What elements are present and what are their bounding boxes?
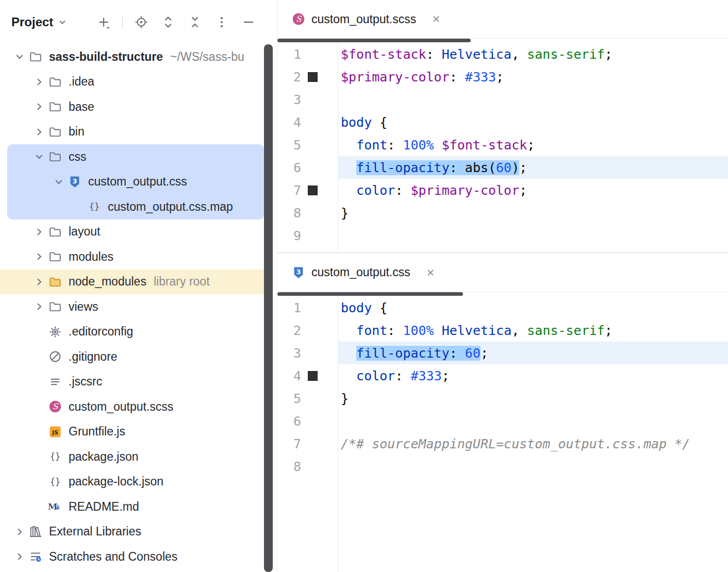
editor-gutter: 123456789 — [277, 39, 338, 253]
chevron-right-icon[interactable] — [31, 226, 47, 238]
gutter-row: 6 — [277, 410, 338, 432]
code-token: color — [356, 183, 395, 198]
code-line-6[interactable]: fill-opacity: abs(60); — [338, 156, 728, 179]
expand-all-button[interactable] — [159, 13, 177, 31]
folder-icon — [47, 225, 63, 239]
code-line-8[interactable] — [338, 455, 728, 478]
tree-item-label: sass-build-structure — [49, 50, 163, 64]
code-token: font — [356, 323, 387, 338]
chevron-down-icon[interactable] — [31, 151, 47, 162]
chevron-down-icon[interactable] — [51, 176, 67, 188]
code-token: /*# sourceMappingURL=custom_output.css.m… — [341, 436, 690, 451]
chevron-right-icon[interactable] — [31, 251, 47, 262]
code-token: ; — [481, 346, 488, 361]
tab-label: custom_output.css — [311, 265, 410, 279]
tree-row-package-lock.json[interactable]: {}package-lock.json — [0, 469, 277, 495]
code-line-2[interactable]: $primary-color: #333; — [338, 65, 728, 88]
tree-row-layout[interactable]: layout — [0, 220, 277, 245]
code-line-1[interactable]: $font-stack: Helvetica, sans-serif; — [338, 43, 728, 65]
tree-row-base[interactable]: base — [0, 94, 277, 120]
tree-row-Scratches and Consoles[interactable]: Scratches and Consoles — [0, 544, 277, 569]
gutter-row: 3 — [277, 342, 338, 364]
lines-icon — [47, 375, 63, 389]
plus-button[interactable] — [94, 13, 113, 31]
chevron-down-icon[interactable] — [11, 51, 28, 62]
horizontal-scrollbar-thumb[interactable] — [277, 39, 471, 42]
tree-row-External Libraries[interactable]: External Libraries — [0, 519, 277, 545]
tree-item-label: Scratches and Consoles — [49, 550, 177, 564]
line-number: 4 — [277, 115, 301, 130]
hide-button[interactable] — [239, 13, 258, 31]
tree-row-.gitignore[interactable]: .gitignore — [0, 344, 277, 369]
code-line-4[interactable]: color: #333; — [338, 364, 728, 387]
chevron-right-icon[interactable] — [11, 526, 28, 537]
chevron-right-icon[interactable] — [31, 126, 47, 138]
chevron-right-icon[interactable] — [31, 76, 47, 88]
chevron-right-icon[interactable] — [31, 276, 47, 288]
code-token: 60 — [496, 160, 511, 175]
tree-row-.idea[interactable]: .idea — [0, 70, 277, 95]
svg-text:M: M — [48, 501, 58, 512]
tree-row-bin[interactable]: bin — [0, 120, 277, 145]
color-preview-swatch[interactable] — [308, 186, 318, 195]
chevron-right-icon[interactable] — [31, 101, 47, 112]
project-view-selector[interactable]: Project — [8, 12, 71, 32]
code-line-5[interactable]: font: 100% $font-stack; — [338, 133, 728, 156]
tree-row-css[interactable]: css — [0, 144, 277, 170]
code-line-3[interactable] — [338, 88, 728, 111]
code-token: { — [372, 115, 387, 130]
code-line-3[interactable]: fill-opacity: 60; — [338, 342, 728, 364]
tree-row-node_modules[interactable]: node_moduleslibrary root — [0, 270, 277, 295]
line-number: 4 — [277, 368, 301, 383]
code-line-2[interactable]: font: 100% Helvetica, sans-serif; — [338, 319, 728, 342]
color-preview-swatch[interactable] — [308, 72, 318, 82]
editor-tab-css[interactable]: 3 custom_output.css — [292, 265, 436, 279]
code-line-4[interactable]: body { — [338, 111, 728, 133]
tree-row-README.md[interactable]: MREADME.md — [0, 494, 277, 519]
code-line-8[interactable]: } — [338, 201, 728, 224]
line-number: 3 — [277, 92, 301, 107]
more-button[interactable] — [212, 13, 231, 31]
code-line-1[interactable]: body { — [338, 296, 728, 319]
editor-tab-scss[interactable]: S custom_output.scss — [292, 12, 442, 26]
locate-button[interactable] — [132, 13, 151, 31]
project-panel: Project sass-build-structure~/WS/sass-bu… — [0, 0, 277, 572]
tree-item-suffix: ~/WS/sass-bu — [170, 50, 244, 64]
svg-text:S: S — [53, 402, 59, 411]
editor-gutter: 12345678 — [277, 292, 338, 572]
code-token: color — [356, 368, 395, 383]
color-preview-swatch[interactable] — [308, 371, 318, 381]
tree-row-modules[interactable]: modules — [0, 244, 277, 270]
gutter-row: 8 — [277, 201, 338, 224]
code-line-7[interactable]: color: $primary-color; — [338, 179, 728, 201]
tree-row-.jscsrc[interactable]: .jscsrc — [0, 369, 277, 395]
tree-row-package.json[interactable]: {}package.json — [0, 444, 277, 469]
code-token: , — [511, 47, 527, 62]
code-area[interactable]: body { font: 100% Helvetica, sans-serif;… — [338, 292, 728, 572]
code-line-6[interactable] — [338, 410, 728, 432]
code-line-5[interactable]: } — [338, 387, 728, 410]
code-area[interactable]: $font-stack: Helvetica, sans-serif;$prim… — [338, 39, 728, 253]
tree-row-custom_output.css[interactable]: 3custom_output.css — [0, 170, 277, 195]
code-line-9[interactable] — [338, 224, 728, 247]
gutter-row: 4 — [277, 364, 338, 387]
collapse-all-button[interactable] — [186, 13, 204, 31]
close-icon[interactable] — [425, 267, 436, 278]
tree-row-.editorconfig[interactable]: .editorconfig — [0, 319, 277, 345]
tree-row-sass-build-structure[interactable]: sass-build-structure~/WS/sass-bu — [0, 44, 277, 70]
close-icon[interactable] — [431, 13, 442, 25]
horizontal-scrollbar-thumb[interactable] — [277, 292, 463, 296]
line-number: 8 — [277, 459, 301, 474]
project-panel-scrollbar[interactable] — [264, 44, 273, 572]
tree-row-custom_output.scss[interactable]: Scustom_output.scss — [0, 394, 277, 419]
tree-item-label: .editorconfig — [69, 325, 133, 339]
chevron-right-icon[interactable] — [11, 551, 28, 562]
code-token: 60 — [465, 346, 481, 361]
code-token: ) — [511, 160, 519, 175]
code-token: $primary-color — [410, 183, 519, 198]
tree-row-custom_output.css.map[interactable]: {}custom_output.css.map — [0, 194, 277, 220]
code-line-7[interactable]: /*# sourceMappingURL=custom_output.css.m… — [338, 432, 728, 455]
tree-row-Gruntfile.js[interactable]: JSGruntfile.js — [0, 419, 277, 445]
tree-row-views[interactable]: views — [0, 294, 277, 319]
chevron-right-icon[interactable] — [31, 301, 47, 312]
